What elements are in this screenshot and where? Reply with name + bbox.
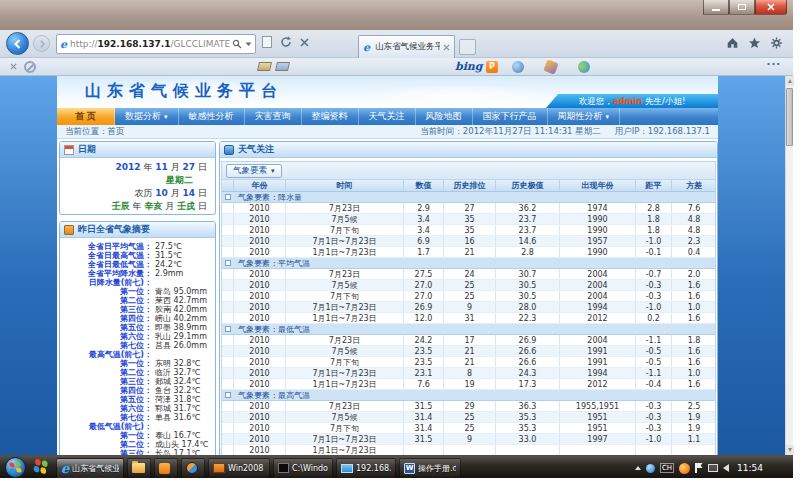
table-group-row[interactable]: 气象要素：最低气温	[222, 324, 715, 335]
row-lead-cell	[222, 335, 234, 345]
table-row[interactable]: 20107月5候31.42535.31951-0.31.9	[222, 412, 715, 423]
back-button[interactable]	[6, 32, 29, 55]
minimize-button[interactable]	[703, 0, 729, 15]
taskbar-button-app-orange[interactable]	[154, 458, 178, 478]
search-icon[interactable]	[232, 39, 242, 49]
nav-item-8[interactable]: 国家下行产品	[473, 108, 548, 125]
table-row[interactable]: 20107月1日~7月23日6.91614.61957-1.02.3	[222, 236, 715, 247]
chevron-down-icon[interactable]	[245, 42, 252, 47]
table-group-row[interactable]: 气象要素：降水量	[222, 192, 715, 203]
action-center-flag-icon[interactable]	[695, 463, 703, 473]
table-row[interactable]: 20101月1日~7月23日12.03122.320120.21.6	[222, 313, 715, 324]
toolbar-card-icon-2[interactable]	[275, 62, 290, 71]
taskbar-button-explorer[interactable]	[127, 458, 151, 478]
browser-tab[interactable]: e 山东省气候业务平...	[358, 35, 455, 58]
firefox-icon[interactable]	[679, 463, 690, 474]
toolbar-app-icon-3[interactable]	[578, 61, 590, 73]
bing-logo[interactable]: bing	[455, 60, 483, 74]
toolbar-app-icon-1[interactable]	[512, 61, 524, 73]
vertical-scrollbar[interactable]	[785, 76, 793, 455]
home-icon[interactable]	[726, 37, 739, 49]
cell	[496, 445, 560, 455]
cell: 0.2	[636, 313, 672, 323]
taskbar-button-cmd-window[interactable]: C:\Windows\s...	[273, 458, 333, 478]
network-icon[interactable]	[708, 464, 718, 472]
table-row[interactable]: 20107月5候3.43523.719901.84.8	[222, 214, 715, 225]
speaker-icon[interactable]	[723, 464, 729, 472]
table-row[interactable]: 20107月23日24.21726.92004-1.11.8	[222, 335, 715, 346]
nav-item-3[interactable]: 敏感性分析	[179, 108, 245, 125]
toolbar-close-icon[interactable]	[10, 63, 17, 70]
taskbar-button-vm-win2008[interactable]: Win2008 (VS2...	[208, 458, 270, 478]
nav-item-4[interactable]: 灾害查询	[245, 108, 302, 125]
nav-item-6[interactable]: 天气关注	[359, 108, 416, 125]
toolbar-card-icon-1[interactable]	[257, 62, 272, 71]
tab-close-icon[interactable]	[443, 44, 450, 51]
table-row[interactable]: 20107月下旬23.52126.61991-0.51.6	[222, 357, 715, 368]
forward-button[interactable]	[33, 35, 50, 52]
address-field[interactable]: e http://192.168.137.1/GLCCLIMATE/module…	[56, 34, 256, 54]
checkbox-icon[interactable]	[225, 260, 231, 266]
pinwheel-app-icon[interactable]	[33, 459, 50, 476]
toolbar-more-button[interactable]: ···	[767, 59, 781, 70]
stop-icon[interactable]	[300, 38, 309, 47]
summary-value: 24.2℃	[152, 260, 182, 269]
row-lead-cell	[222, 313, 234, 323]
table-row[interactable]: 20107月1日~7月23日23.1824.31994-1.11.0	[222, 368, 715, 379]
hidden-icons-arrow[interactable]	[635, 466, 641, 470]
start-button[interactable]	[5, 457, 26, 478]
table-row[interactable]: 20107月下旬31.42535.31951-0.31.9	[222, 423, 715, 434]
nav-item-9[interactable]: 周期性分析▾	[548, 108, 621, 125]
taskbar-button-remote-desktop[interactable]: 192.168.59.99...	[336, 458, 396, 478]
table-row[interactable]: 20101月1日~7月23日	[222, 445, 715, 455]
checkbox-icon[interactable]	[225, 326, 231, 332]
blocker-icon[interactable]	[24, 61, 36, 73]
show-desktop-button[interactable]	[793, 455, 800, 478]
scrollbar-thumb[interactable]	[786, 88, 793, 146]
rank-entry: 第二位：成山头 17.4℃	[60, 440, 215, 449]
word-icon	[404, 463, 415, 474]
compatibility-view-icon[interactable]	[262, 36, 272, 48]
clock[interactable]: 11:54	[737, 463, 763, 473]
table-row[interactable]: 20101月1日~7月23日1.7212.81990-0.10.4	[222, 247, 715, 258]
cell: 7月1日~7月23日	[286, 434, 404, 444]
table-row[interactable]: 20107月5候23.52126.61991-0.51.6	[222, 346, 715, 357]
group-checkbox-cell	[222, 390, 234, 400]
table-row[interactable]: 20107月1日~7月23日26.9928.01994-1.01.0	[222, 302, 715, 313]
maximize-button[interactable]	[729, 0, 755, 15]
cell: 1.6	[672, 291, 715, 301]
nav-item-2[interactable]: 数据分析▾	[115, 108, 179, 125]
nav-item-7[interactable]: 风险地图	[416, 108, 473, 125]
nav-item-label: 周期性分析	[558, 111, 603, 121]
table-group-row[interactable]: 气象要素：平均气温	[222, 258, 715, 269]
table-group-row[interactable]: 气象要素：最高气温	[222, 390, 715, 401]
table-row[interactable]: 20107月23日31.52936.31955,1951-0.32.5	[222, 401, 715, 412]
favorites-star-icon[interactable]	[748, 37, 761, 49]
p-badge-icon[interactable]: P	[486, 61, 498, 73]
element-filter-button[interactable]: 气象要素 ▾	[226, 164, 282, 178]
nav-item-5[interactable]: 整编资料	[302, 108, 359, 125]
table-row[interactable]: 20107月23日27.52430.72004-0.72.0	[222, 269, 715, 280]
language-indicator[interactable]: CH	[660, 463, 674, 473]
checkbox-icon[interactable]	[225, 194, 231, 200]
scrollbar-down-arrow[interactable]	[786, 445, 794, 455]
taskbar-button-word-doc[interactable]: 操作手册.docx ...	[399, 458, 461, 478]
taskbar-button-media-player[interactable]	[181, 458, 205, 478]
tools-gear-icon[interactable]	[770, 37, 783, 49]
new-tab-button[interactable]	[459, 39, 476, 55]
rank-entry: 第六位：乳山 29.1mm	[60, 332, 215, 341]
lunar-date: 农历 10 月 14 日	[64, 187, 207, 200]
taskbar-button-ie-window[interactable]: 山东省气候业务平...	[56, 458, 124, 478]
table-row[interactable]: 20107月下旬27.02530.52004-0.31.6	[222, 291, 715, 302]
table-row[interactable]: 20107月下旬3.43523.719901.84.8	[222, 225, 715, 236]
tray-app-icon[interactable]	[646, 464, 655, 473]
checkbox-icon[interactable]	[225, 392, 231, 398]
nav-item-1[interactable]: 首 页	[57, 108, 115, 125]
table-row[interactable]: 20101月1日~7月23日7.61917.32012-0.41.6	[222, 379, 715, 390]
table-row[interactable]: 20107月5候27.02530.52004-0.31.6	[222, 280, 715, 291]
refresh-icon[interactable]	[280, 36, 292, 48]
table-row[interactable]: 20107月23日2.92736.219742.87.6	[222, 203, 715, 214]
close-button[interactable]	[755, 0, 787, 15]
scrollbar-up-arrow[interactable]	[786, 76, 794, 86]
table-row[interactable]: 20107月1日~7月23日31.5933.01997-1.01.1	[222, 434, 715, 445]
